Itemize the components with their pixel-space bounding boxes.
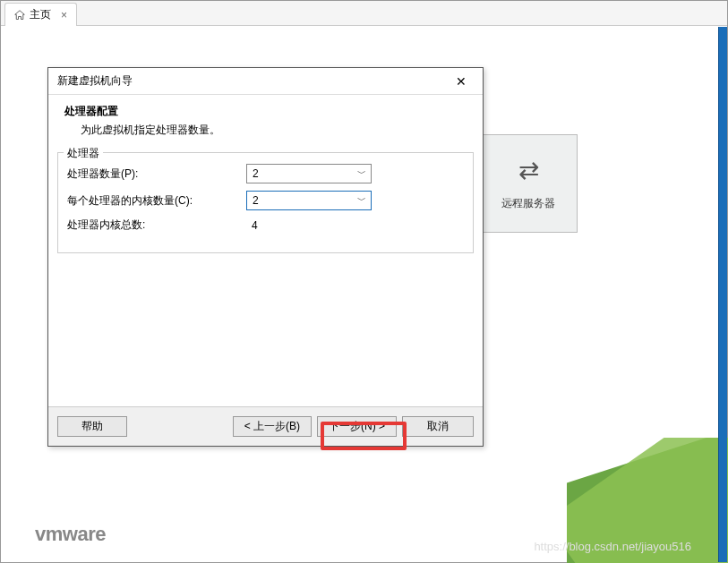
home-icon <box>14 10 25 21</box>
next-button[interactable]: 下一步(N) > <box>317 416 397 437</box>
processor-count-combo[interactable] <box>246 164 372 183</box>
processor-count-row: 处理器数量(P): ﹀ <box>67 164 464 183</box>
remote-server-card[interactable]: ⇄ 远程服务器 <box>479 134 578 233</box>
tab-bar: 主页 × <box>1 1 727 26</box>
processor-fieldset: 处理器 处理器数量(P): ﹀ 每个处理器的内核数量(C): ﹀ 处理器内核总数… <box>57 152 474 253</box>
total-cores-label: 处理器内核总数: <box>67 218 246 233</box>
cores-per-processor-label: 每个处理器的内核数量(C): <box>67 193 246 209</box>
total-cores-value: 4 <box>246 219 258 232</box>
help-button[interactable]: 帮助 <box>57 416 127 437</box>
tab-home-label: 主页 <box>30 7 51 22</box>
vmware-logo: vmware <box>35 523 106 546</box>
new-vm-wizard-dialog: 新建虚拟机向导 ✕ 处理器配置 为此虚拟机指定处理器数量。 处理器 处理器数量(… <box>47 67 484 447</box>
total-cores-row: 处理器内核总数: 4 <box>67 218 464 233</box>
cores-per-processor-combo[interactable] <box>246 191 372 210</box>
dialog-titlebar: 新建虚拟机向导 ✕ <box>48 68 483 95</box>
cores-per-processor-combo-wrap: ﹀ <box>246 191 372 210</box>
dialog-title: 新建虚拟机向导 <box>57 73 133 89</box>
cancel-button[interactable]: 取消 <box>402 416 474 437</box>
watermark-text: https://blog.csdn.net/jiayou516 <box>534 540 691 553</box>
swap-arrows-icon: ⇄ <box>518 156 539 185</box>
dialog-button-bar: 帮助 < 上一步(B) 下一步(N) > 取消 <box>48 406 483 446</box>
processor-count-combo-wrap: ﹀ <box>246 164 372 183</box>
tab-home[interactable]: 主页 × <box>4 3 77 26</box>
remote-server-label: 远程服务器 <box>501 196 555 211</box>
close-icon[interactable]: × <box>61 9 67 21</box>
dialog-heading: 处理器配置 <box>64 104 467 119</box>
cores-per-processor-row: 每个处理器的内核数量(C): ﹀ <box>67 191 464 210</box>
window-edge-strip <box>718 27 727 562</box>
dialog-close-button[interactable]: ✕ <box>449 73 474 90</box>
back-button[interactable]: < 上一步(B) <box>233 416 312 437</box>
processor-count-label: 处理器数量(P): <box>67 166 246 182</box>
dialog-header: 处理器配置 为此虚拟机指定处理器数量。 <box>48 95 483 149</box>
dialog-subheading: 为此虚拟机指定处理器数量。 <box>64 123 467 138</box>
fieldset-legend: 处理器 <box>64 146 103 161</box>
main-window: 主页 × ⇄ 远程服务器 vmware https://blog.csdn.ne… <box>0 0 728 563</box>
